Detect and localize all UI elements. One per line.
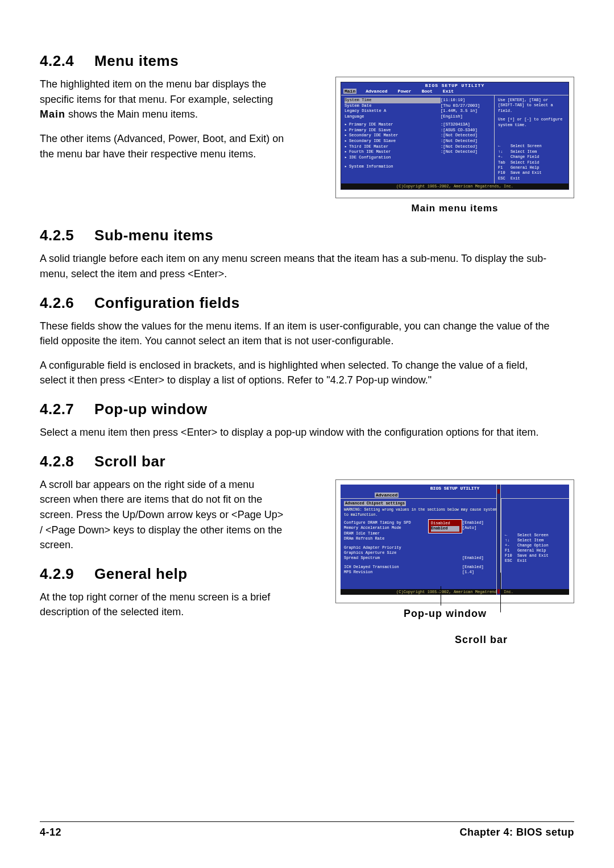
page-footer: 4-12 Chapter 4: BIOS setup [40, 821, 574, 838]
para-428: A scroll bar appears on the right side o… [40, 477, 284, 553]
heading-429: 4.2.9 General help [40, 565, 322, 583]
popup-option-selected[interactable]: Enabled [431, 526, 459, 531]
para-425: A solid triangle before each item on any… [40, 251, 551, 281]
para-424-1: The highlighted item on the menu bar dis… [40, 77, 284, 122]
bios-warning: WARNING: Setting wrong values in the sec… [344, 508, 499, 518]
bios-tabs: Main Advanced Power Boot Exit [341, 89, 569, 95]
heading-426: 4.2.6 Configuration fields [40, 294, 574, 312]
para-429: At the top right corner of the menu scre… [40, 590, 284, 620]
callout-line-icon [441, 586, 441, 606]
bios-tab-boot[interactable]: Boot [421, 89, 434, 94]
popup-option[interactable]: Disabled [431, 521, 459, 526]
caption-main-menu: Main menu items [335, 203, 574, 214]
heading-425: 4.2.5 Sub-menu items [40, 227, 574, 244]
bios-field-value[interactable]: [11:10:19] [441, 98, 492, 103]
bios-field-label[interactable]: System Time [345, 98, 441, 103]
bios-copyright: (C)Copyright 1985-2002, American Megatre… [341, 589, 569, 595]
chapter-title: Chapter 4: BIOS setup [459, 827, 574, 838]
heading-num: 4.2.4 [40, 52, 74, 70]
bios-main-figure: BIOS SETUP UTILITY Main Advanced Power B… [335, 77, 574, 198]
bios-section-heading: Advanced Chipset settings [344, 501, 406, 506]
para-427: Select a menu item then press <Enter> to… [40, 425, 551, 440]
heading-424: 4.2.4 Menu items [40, 52, 574, 70]
heading-428: 4.2.8 Scroll bar [40, 453, 574, 470]
bios-tab-exit[interactable]: Exit [442, 89, 455, 94]
bios-popup-window[interactable]: Disabled Enabled [428, 519, 462, 533]
bios-system-info[interactable]: System Information [349, 164, 492, 170]
para-424-2: The other items (Advanced, Power, Boot, … [40, 131, 284, 161]
callout-line-icon [500, 573, 501, 612]
heading-title: Menu items [94, 52, 179, 69]
page-number: 4-12 [40, 827, 61, 838]
bios-tab-advanced[interactable]: Advanced [375, 493, 399, 498]
para-426-2: A configurable field is enclosed in brac… [40, 358, 551, 388]
para-426-1: These fields show the values for the men… [40, 319, 551, 349]
bios-tab-power[interactable]: Power [397, 89, 413, 94]
bios-advanced-figure: BIOS SETUP UTILITY Advanced Advanced Chi… [335, 479, 574, 603]
bios-tab-main[interactable]: Main [343, 89, 356, 94]
bios-help-text: Use [ENTER], [TAB] or [SHIFT-TAB] to sel… [498, 98, 566, 114]
annotation-scroll: Scroll bar [455, 634, 508, 646]
heading-427: 4.2.7 Pop-up window [40, 400, 574, 418]
scroll-thumb-bottom[interactable] [497, 589, 500, 594]
scroll-thumb-top[interactable] [497, 489, 500, 494]
bios-tab-advanced[interactable]: Advanced [364, 89, 388, 94]
bios-copyright: (C)Copyright 1985-2002, American Megatre… [341, 183, 569, 189]
annotation-popup: Pop-up window [404, 608, 487, 620]
bios-title: BIOS SETUP UTILITY [341, 82, 569, 89]
